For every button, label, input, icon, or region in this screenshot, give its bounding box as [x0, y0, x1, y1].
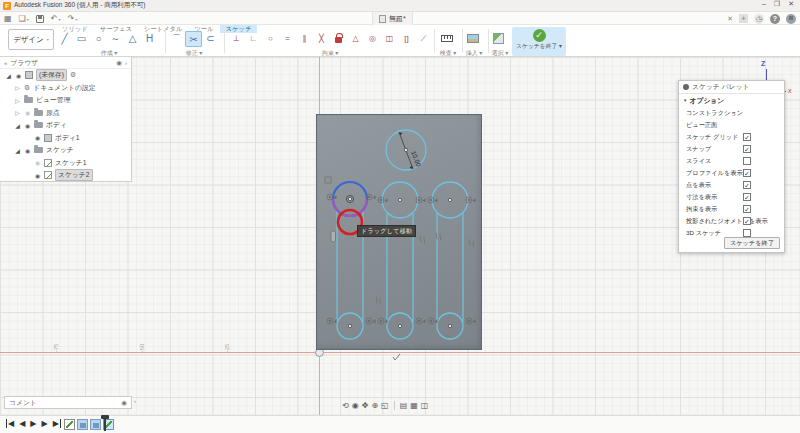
spline-icon[interactable]: ～: [107, 31, 124, 47]
checkbox[interactable]: ✓: [743, 133, 751, 141]
sketch-feature-icon[interactable]: [64, 419, 75, 430]
select-cube-icon[interactable]: [490, 31, 507, 47]
new-document-tab-button[interactable]: +: [739, 14, 748, 23]
rectangle-icon[interactable]: ▭: [73, 31, 90, 47]
browser-item-bodies[interactable]: ◢ ◉ ボディ: [0, 119, 131, 132]
finish-sketch-palette-button[interactable]: スケッチを終了: [724, 237, 780, 249]
checkbox[interactable]: ✓: [743, 217, 751, 225]
fix-lock-icon[interactable]: [330, 31, 347, 47]
palette-option-show-projected[interactable]: 投影されたジオメトリを表示 ✓: [679, 215, 784, 227]
play-button[interactable]: ▶: [30, 419, 36, 428]
comments-expand-icon[interactable]: ›: [134, 398, 136, 404]
browser-filter-icon[interactable]: ◉: [116, 59, 122, 67]
visibility-eye-icon[interactable]: ◉: [24, 109, 31, 116]
collapse-icon[interactable]: ▷: [14, 97, 21, 104]
trim-icon[interactable]: ✂: [185, 31, 202, 47]
checkbox[interactable]: ✓: [743, 193, 751, 201]
insert-image-icon[interactable]: [464, 31, 481, 47]
pan-icon[interactable]: ✥: [362, 401, 369, 410]
visibility-eye-icon[interactable]: ◉: [34, 134, 41, 141]
browser-item-label[interactable]: スケッチ1: [55, 158, 87, 168]
parallel-icon[interactable]: ∥: [296, 31, 313, 47]
close-window-button[interactable]: ✕: [788, 0, 794, 8]
palette-option-sketch-grid[interactable]: スケッチ グリッド ✓: [679, 131, 784, 143]
offset-icon[interactable]: ⊂: [202, 31, 219, 47]
slot-icon[interactable]: H: [141, 31, 158, 47]
look-at-icon[interactable]: ◉: [352, 401, 359, 410]
browser-item-label[interactable]: ボディ: [46, 120, 67, 130]
app-menu-icon[interactable]: ▦: [4, 14, 12, 23]
extrude-feature-icon[interactable]: [77, 419, 88, 430]
step-back-button[interactable]: ◀: [19, 419, 25, 428]
checkbox[interactable]: [743, 229, 751, 237]
visibility-eye-icon[interactable]: ◉: [34, 172, 41, 179]
undo-button[interactable]: ↶▾: [51, 14, 61, 23]
step-forward-button[interactable]: ▶: [41, 419, 47, 428]
polygon-icon[interactable]: △: [124, 31, 141, 47]
browser-item-label[interactable]: ボディ1: [55, 133, 80, 143]
palette-option-show-constraints[interactable]: 拘束を表示 ✓: [679, 203, 784, 215]
maximize-button[interactable]: ❐: [774, 0, 780, 8]
go-to-end-button[interactable]: ▶: [53, 419, 61, 428]
browser-item-label[interactable]: スケッチ2: [55, 169, 93, 181]
finish-sketch-button[interactable]: ✓ スケッチを終了 ▾: [512, 27, 566, 56]
browser-item-label[interactable]: 原点: [46, 108, 60, 118]
collapse-icon[interactable]: ▷: [14, 109, 21, 116]
palette-option-show-points[interactable]: 点を表示 ✓: [679, 179, 784, 191]
browser-item-label[interactable]: ドキュメントの設定: [33, 83, 95, 93]
browser-item-view-management[interactable]: ▷ ビュー管理: [0, 94, 131, 107]
palette-option-snap[interactable]: スナップ ✓: [679, 143, 784, 155]
concentric-icon[interactable]: ◎: [364, 31, 381, 47]
visibility-eye-icon[interactable]: ◉: [15, 72, 22, 79]
expand-icon[interactable]: ◢: [5, 72, 12, 79]
timeline-position-marker[interactable]: [104, 416, 106, 431]
comments-panel[interactable]: コメント ◉: [4, 396, 132, 409]
help-icon[interactable]: ?: [770, 14, 780, 24]
browser-item-sketch2[interactable]: ◉ スケッチ2: [0, 169, 131, 182]
extrude-feature-icon[interactable]: [90, 419, 101, 430]
browser-item-label[interactable]: ビュー管理: [36, 95, 70, 105]
close-document-button[interactable]: ✕: [727, 15, 733, 23]
collapse-icon[interactable]: ▷: [14, 84, 21, 91]
panel-arrow-icon[interactable]: ›: [125, 60, 127, 66]
palette-option-show-dimensions[interactable]: 寸法を表示 ✓: [679, 191, 784, 203]
midplane-icon[interactable]: []: [398, 31, 415, 47]
expand-icon[interactable]: ◢: [14, 147, 21, 154]
palette-option-construction[interactable]: コンストラクション: [679, 107, 784, 119]
display-settings-icon[interactable]: ▤: [400, 401, 408, 410]
visibility-eye-icon[interactable]: ◉: [24, 122, 31, 129]
browser-item-body1[interactable]: ◉ ボディ1: [0, 132, 131, 145]
perpendicular-icon[interactable]: ∟: [245, 31, 262, 47]
line-icon[interactable]: ╱: [56, 31, 73, 47]
document-tab[interactable]: 無題*: [372, 12, 413, 25]
equal-icon[interactable]: ＝: [279, 31, 296, 47]
coincident-icon[interactable]: ⊥: [228, 31, 245, 47]
palette-option-look-at[interactable]: ビュー正面: [679, 119, 784, 131]
palette-option-slice[interactable]: スライス: [679, 155, 784, 167]
midpoint-icon[interactable]: △: [347, 31, 364, 47]
file-menu-button[interactable]: ❏▾: [19, 14, 29, 23]
browser-item-document-settings[interactable]: ▷ ⚙ ドキュメントの設定: [0, 82, 131, 95]
gear-icon[interactable]: ⚙: [70, 71, 76, 79]
browser-item-origin[interactable]: ▷ ◉ 原点: [0, 107, 131, 120]
checkbox[interactable]: ✓: [743, 169, 751, 177]
palette-option-show-profile[interactable]: プロファイルを表示 ✓: [679, 167, 784, 179]
comments-target-icon[interactable]: ◉: [121, 399, 131, 407]
orbit-icon[interactable]: ⟲: [342, 401, 349, 410]
checkbox[interactable]: ✓: [743, 145, 751, 153]
avatar[interactable]: [786, 14, 796, 24]
collapse-panel-icon[interactable]: «: [4, 60, 7, 66]
checkbox[interactable]: ✓: [743, 205, 751, 213]
collinear-icon[interactable]: ╳: [313, 31, 330, 47]
circle-icon[interactable]: ○: [90, 31, 107, 47]
browser-item-label[interactable]: スケッチ: [46, 145, 74, 155]
checkbox[interactable]: [743, 157, 751, 165]
viewports-icon[interactable]: ◫: [421, 401, 429, 410]
measure-icon[interactable]: [438, 31, 455, 47]
fit-icon[interactable]: ◱: [381, 401, 389, 410]
visibility-eye-icon[interactable]: ◉: [34, 159, 41, 166]
checkbox[interactable]: ✓: [743, 181, 751, 189]
minimize-button[interactable]: –: [762, 0, 766, 8]
job-status-icon[interactable]: ◷: [754, 14, 764, 24]
fillet-icon[interactable]: ⌒: [168, 31, 185, 47]
